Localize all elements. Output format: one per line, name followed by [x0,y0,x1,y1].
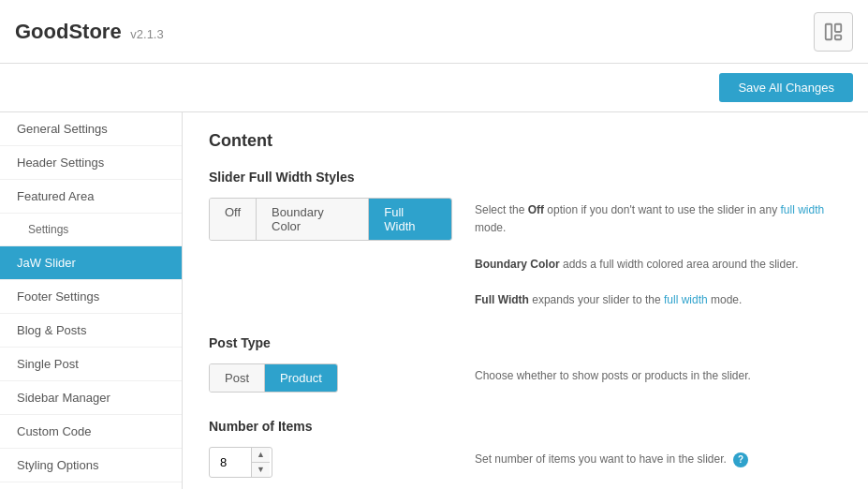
slider-full-width-controls: Off Boundary Color Full Width [209,198,452,241]
app-wrapper: GoodStore v2.1.3 Save All Changes Genera… [0,0,868,489]
post-type-product-button[interactable]: Product [265,364,337,392]
app-header: GoodStore v2.1.3 [0,0,868,64]
sidebar-item-styling-options[interactable]: Styling Options [0,449,182,482]
svg-rect-0 [826,23,831,39]
svg-rect-1 [835,23,841,31]
svg-rect-2 [835,35,841,39]
save-all-changes-button[interactable]: Save All Changes [719,73,853,102]
sidebar-item-blog-posts[interactable]: Blog & Posts [0,314,182,348]
post-type-title: Post Type [209,335,842,350]
sidebar-item-footer-settings[interactable]: Footer Settings [0,280,182,314]
number-of-items-input[interactable] [210,450,251,475]
spinner-down-button[interactable]: ▼ [252,463,270,477]
section-slider-full-width: Slider Full Width Styles Off Boundary Co… [209,170,842,309]
app-version: v2.1.3 [130,27,163,41]
main-layout: General Settings Header Settings Feature… [0,112,868,489]
info-icon[interactable]: ? [733,452,748,467]
number-of-items-controls: ▲ ▼ [209,447,452,478]
post-type-btn-group: Post Product [209,363,338,393]
sidebar-item-custom-code[interactable]: Custom Code [0,415,182,449]
post-type-description: Choose whether to show posts or products… [475,363,842,385]
number-input-wrapper: ▲ ▼ [209,447,272,478]
sidebar-item-settings[interactable]: Settings [0,214,182,246]
sidebar-item-sidebar-manager[interactable]: Sidebar Manager [0,381,182,415]
number-of-items-description: Set number of items you want to have in … [475,447,842,468]
post-type-row: Post Product Choose whether to show post… [209,363,842,393]
section-number-of-items: Number of Items ▲ ▼ Set number of items … [209,419,842,478]
number-of-items-row: ▲ ▼ Set number of items you want to have… [209,447,842,478]
slider-full-width-description: Select the Off option if you don't want … [475,198,842,309]
toolbar: Save All Changes [0,64,868,112]
post-type-post-button[interactable]: Post [210,364,265,392]
slider-boundary-color-button[interactable]: Boundary Color [257,199,369,240]
section-post-type: Post Type Post Product Choose whether to… [209,335,842,393]
spinner-up-button[interactable]: ▲ [252,448,270,463]
slider-off-button[interactable]: Off [210,199,257,240]
slider-full-width-title: Slider Full Width Styles [209,170,842,185]
sidebar-item-general-settings[interactable]: General Settings [0,112,182,146]
sidebar: General Settings Header Settings Feature… [0,112,183,489]
content-area: Content Slider Full Width Styles Off Bou… [183,112,868,489]
slider-full-width-row: Off Boundary Color Full Width Select the… [209,198,842,309]
slider-full-width-btn-group: Off Boundary Color Full Width [209,198,452,241]
number-of-items-title: Number of Items [209,419,842,434]
app-title: GoodStore [15,20,122,43]
slider-full-width-button[interactable]: Full Width [369,199,451,240]
content-title: Content [209,131,842,151]
number-spinners: ▲ ▼ [251,448,270,477]
sidebar-item-header-settings[interactable]: Header Settings [0,146,182,180]
sidebar-item-single-post[interactable]: Single Post [0,348,182,381]
sidebar-item-featured-area[interactable]: Featured Area [0,180,182,214]
app-title-area: GoodStore v2.1.3 [15,20,164,44]
post-type-controls: Post Product [209,363,452,393]
customizer-icon-button[interactable] [814,12,853,52]
sidebar-item-jaw-slider[interactable]: JaW Slider [0,246,182,280]
